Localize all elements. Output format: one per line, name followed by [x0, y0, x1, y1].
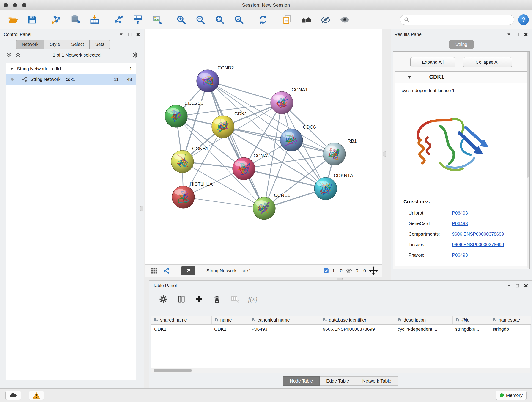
column-header-id[interactable]: @id: [452, 316, 490, 324]
results-scrollbar[interactable]: [526, 52, 529, 268]
network-canvas[interactable]: CCNB2CCNA1CDC25BCDK1CDC6RB1CCNB1CCNA2CDK…: [146, 29, 382, 264]
table-options-button[interactable]: [159, 294, 168, 304]
minimize-window-button[interactable]: [13, 3, 17, 7]
network-node-CDKN1A[interactable]: CDKN1A: [314, 173, 353, 200]
close-panel-icon[interactable]: [524, 283, 528, 288]
show-graphics-details-button[interactable]: [335, 12, 355, 27]
memory-button[interactable]: Memory: [496, 391, 526, 400]
table-row[interactable]: CDK1 CDK1 P06493 9606.ENSP00000378699 cy…: [152, 324, 531, 334]
tab-network[interactable]: Network: [16, 40, 44, 49]
float-panel-icon[interactable]: [127, 32, 132, 37]
import-table-from-file-button[interactable]: [85, 12, 104, 27]
copy-documents-button[interactable]: [278, 12, 297, 27]
cell-name[interactable]: CDK1: [211, 324, 249, 334]
home-button[interactable]: [297, 12, 316, 27]
tab-select[interactable]: Select: [66, 40, 90, 49]
column-header-description[interactable]: description: [395, 316, 452, 324]
cell-description[interactable]: cyclin-dependent ...: [395, 324, 452, 334]
warnings-button[interactable]: [29, 391, 44, 400]
tab-edge-table[interactable]: Edge Table: [320, 376, 356, 386]
collapse-panel-icon[interactable]: [507, 283, 511, 288]
results-scrollbar-thumb[interactable]: [527, 52, 529, 178]
export-table-button[interactable]: [128, 12, 147, 27]
export-network-button[interactable]: [109, 12, 128, 27]
crosslink-row: Tissues: 9606.ENSP00000378699: [395, 239, 526, 250]
show-columns-button[interactable]: [177, 294, 186, 304]
zoom-selected-button[interactable]: [229, 12, 249, 27]
close-panel-icon[interactable]: [136, 32, 140, 37]
cell-shared-name[interactable]: CDK1: [152, 324, 211, 334]
collapse-panel-icon[interactable]: [507, 32, 511, 37]
protein-section-header[interactable]: CDK1: [395, 71, 526, 83]
tab-sets[interactable]: Sets: [89, 40, 110, 49]
close-window-button[interactable]: [4, 3, 8, 7]
expand-all-button[interactable]: Expand All: [410, 57, 455, 67]
cell-namespace[interactable]: stringdb: [490, 324, 531, 334]
cell-database-identifier[interactable]: 9606.ENSP00000378699: [320, 324, 395, 334]
network-node-CCNB1[interactable]: CCNB1: [171, 146, 209, 173]
float-panel-icon[interactable]: [515, 32, 520, 37]
collapse-all-networks-icon[interactable]: [15, 52, 21, 58]
column-header-namespace[interactable]: namespac: [490, 316, 531, 324]
column-header-database-identifier[interactable]: database identifier: [320, 316, 395, 324]
crosslink-link[interactable]: P06493: [452, 211, 468, 216]
maximize-window-button[interactable]: [22, 3, 26, 7]
vertical-splitter-handle[interactable]: [383, 151, 386, 157]
zoom-in-button[interactable]: [172, 12, 191, 27]
cell-id[interactable]: stringdb:9...: [452, 324, 490, 334]
status-bar: Memory: [0, 389, 532, 402]
network-node-CCNB2[interactable]: CCNB2: [196, 65, 234, 92]
import-network-from-file-button[interactable]: [46, 12, 66, 27]
horizontal-splitter-handle[interactable]: [337, 278, 343, 280]
export-image-button[interactable]: [147, 12, 167, 27]
network-edges[interactable]: [176, 81, 334, 208]
save-session-button[interactable]: [22, 12, 42, 27]
zoom-fit-button[interactable]: [210, 12, 229, 27]
close-panel-icon[interactable]: [524, 32, 528, 37]
crosslink-link[interactable]: 9606.ENSP00000378699: [452, 242, 504, 247]
cloud-status-button[interactable]: [6, 391, 21, 400]
network-row-selected[interactable]: String Network – cdk1 11 48: [6, 74, 136, 85]
crosslink-link[interactable]: 9606.ENSP00000378699: [452, 231, 504, 237]
crosslink-link[interactable]: P06493: [452, 253, 468, 258]
network-node-RB1[interactable]: RB1: [323, 138, 357, 165]
graphics-details-toggle-button[interactable]: [150, 267, 158, 275]
tab-node-table[interactable]: Node Table: [283, 376, 320, 386]
network-node-CDK1[interactable]: CDK1: [212, 111, 247, 138]
network-collection-row[interactable]: String Network – cdk1 1: [6, 64, 136, 74]
expand-all-networks-icon[interactable]: [6, 52, 12, 58]
crosslink-link[interactable]: P06493: [452, 221, 468, 226]
column-header-shared-name[interactable]: shared name: [152, 316, 211, 324]
vertical-splitter-handle[interactable]: [140, 206, 143, 211]
hidden-eye-slash-icon[interactable]: [346, 267, 353, 274]
network-options-gear-icon[interactable]: [132, 52, 138, 58]
zoom-out-button[interactable]: [191, 12, 210, 27]
open-session-button[interactable]: [3, 12, 22, 27]
cell-canonical-name[interactable]: P06493: [249, 324, 320, 334]
string-results-tab[interactable]: String: [449, 40, 474, 49]
network-node-CCNA1[interactable]: CCNA1: [271, 87, 308, 114]
delete-column-button[interactable]: [212, 294, 222, 304]
search-input[interactable]: [412, 17, 510, 22]
column-header-canonical-name[interactable]: canonical name: [249, 316, 320, 324]
fit-selected-crosshair-icon[interactable]: [369, 266, 378, 275]
tab-style[interactable]: Style: [44, 40, 65, 49]
network-node-HIST1H1A[interactable]: HIST1H1A: [172, 181, 213, 208]
tree-caret-icon[interactable]: [10, 67, 14, 71]
table-horizontal-scrollbar[interactable]: [152, 368, 530, 373]
table-scrollbar-thumb[interactable]: [154, 369, 192, 372]
import-network-from-database-button[interactable]: [66, 12, 85, 27]
tab-network-table[interactable]: Network Table: [356, 376, 398, 386]
network-overview-button[interactable]: [162, 267, 171, 275]
collapse-all-button[interactable]: Collapse All: [463, 57, 512, 67]
help-button[interactable]: ?: [518, 14, 529, 25]
float-panel-icon[interactable]: [515, 283, 520, 288]
network-node-CDC6[interactable]: CDC6: [280, 124, 316, 151]
open-in-new-window-button[interactable]: [181, 266, 196, 275]
apply-preferred-layout-button[interactable]: [253, 12, 273, 27]
create-column-button[interactable]: [195, 294, 204, 304]
hide-graphics-details-button[interactable]: [316, 12, 335, 27]
selected-checkbox-icon[interactable]: [323, 268, 329, 274]
collapse-panel-icon[interactable]: [119, 32, 123, 37]
column-header-name[interactable]: name: [211, 316, 249, 324]
